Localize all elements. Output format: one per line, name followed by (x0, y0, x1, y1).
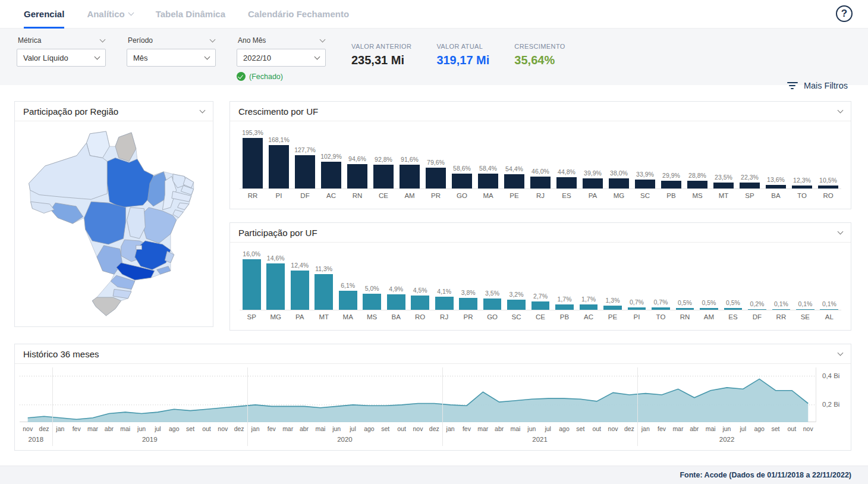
bar-rect[interactable] (532, 301, 550, 310)
bar-rect[interactable] (387, 294, 405, 310)
bar-ES[interactable]: 44,8% (553, 168, 580, 188)
help-icon[interactable]: ? (836, 5, 853, 22)
bar-rect[interactable] (507, 300, 526, 310)
bar-GO[interactable]: 58,6% (449, 165, 475, 189)
bar-rect[interactable] (676, 308, 694, 310)
chevron-down-icon[interactable] (100, 36, 106, 42)
bar-rect[interactable] (339, 291, 357, 310)
bar-CE[interactable]: 92,8% (370, 156, 397, 188)
bar-CE[interactable]: 2,7% (529, 293, 552, 310)
bar-AC[interactable]: 102,9% (318, 153, 344, 188)
bar-rect[interactable] (504, 174, 524, 188)
bar-rect[interactable] (347, 164, 367, 188)
bar-rect[interactable] (426, 168, 445, 188)
bar-rect[interactable] (315, 274, 333, 310)
bar-PA[interactable]: 39,9% (580, 169, 606, 188)
bar-rect[interactable] (373, 165, 393, 188)
bar-AM[interactable]: 0,5% (697, 299, 721, 310)
bar-rect[interactable] (652, 307, 670, 310)
bar-rect[interactable] (748, 309, 766, 310)
year-month-select[interactable]: 2022/10 (237, 49, 326, 67)
bar-RJ[interactable]: 46,0% (527, 168, 553, 188)
bar-rect[interactable] (796, 309, 814, 310)
bar-ES[interactable]: 0,5% (721, 299, 745, 310)
bar-MA[interactable]: 6,1% (336, 282, 360, 310)
bar-rect[interactable] (766, 185, 785, 188)
bar-rect[interactable] (363, 294, 381, 310)
bar-SE[interactable]: 0,1% (793, 300, 817, 310)
bar-rect[interactable] (435, 297, 454, 310)
more-filters-button[interactable]: Mais Filtros (787, 81, 848, 90)
bar-MG[interactable]: 38,0% (606, 169, 632, 188)
bar-PB[interactable]: 1,7% (552, 296, 576, 310)
tab-calendario-fechamento[interactable]: Calendário Fechamento (248, 0, 349, 29)
bar-rect[interactable] (724, 308, 743, 310)
chevron-down-icon[interactable] (320, 36, 326, 42)
bar-MG[interactable]: 14,6% (263, 254, 287, 310)
bar-rect[interactable] (483, 298, 502, 310)
bar-TO[interactable]: 0,7% (649, 298, 672, 310)
bar-rect[interactable] (295, 155, 315, 188)
bar-MS[interactable]: 28,8% (684, 172, 710, 188)
bar-rect[interactable] (700, 308, 718, 310)
bar-SC[interactable]: 3,2% (504, 291, 528, 310)
bar-rect[interactable] (321, 162, 341, 188)
metric-select[interactable]: Valor Líquido (17, 49, 106, 67)
bar-PA[interactable]: 12,4% (288, 262, 312, 310)
bar-rect[interactable] (266, 263, 285, 310)
bar-BA[interactable]: 4,9% (384, 285, 408, 310)
bar-AM[interactable]: 91,6% (397, 156, 423, 188)
bar-rect[interactable] (556, 177, 576, 188)
bar-rect[interactable] (583, 178, 602, 188)
bar-rect[interactable] (269, 145, 288, 188)
bar-SP[interactable]: 16,0% (240, 250, 263, 310)
bar-SP[interactable]: 22,3% (737, 174, 763, 188)
bar-rect[interactable] (661, 181, 681, 188)
bar-DF[interactable]: 127,7% (292, 146, 318, 188)
bar-PE[interactable]: 54,4% (501, 165, 527, 188)
tab-tabela-dinamica[interactable]: Tabela Dinâmica (156, 0, 225, 29)
tab-gerencial[interactable]: Gerencial (24, 0, 64, 29)
bar-rect[interactable] (609, 178, 628, 188)
bar-rect[interactable] (740, 183, 759, 188)
bar-rect[interactable] (452, 174, 471, 189)
bar-rect[interactable] (687, 181, 707, 188)
bar-PR[interactable]: 3,8% (456, 289, 480, 310)
bar-rect[interactable] (818, 186, 838, 188)
bar-MT[interactable]: 11,3% (312, 265, 335, 310)
tab-analitico[interactable]: Analítico (87, 0, 133, 29)
bar-rect[interactable] (603, 306, 622, 310)
bar-MT[interactable]: 23,5% (710, 174, 737, 188)
bar-PR[interactable]: 79,6% (423, 159, 449, 188)
bar-rect[interactable] (243, 138, 262, 188)
collapse-chevron-icon[interactable] (838, 107, 844, 113)
chevron-down-icon[interactable] (210, 36, 216, 42)
bar-SC[interactable]: 33,9% (632, 171, 658, 188)
bar-RN[interactable]: 94,6% (344, 155, 370, 188)
collapse-chevron-icon[interactable] (838, 228, 844, 234)
history-area-chart[interactable]: 0,2 Bi0,4 Binovdezjanfevmarabrmaijunjula… (15, 364, 851, 451)
map-state-MT[interactable] (84, 202, 125, 244)
bar-PB[interactable]: 29,9% (658, 172, 684, 188)
collapse-chevron-icon[interactable] (200, 107, 206, 113)
period-select[interactable]: Mês (127, 49, 216, 67)
bar-rect[interactable] (580, 304, 598, 310)
bar-BA[interactable]: 13,6% (763, 176, 789, 188)
bar-RO[interactable]: 4,5% (408, 287, 432, 310)
bar-rect[interactable] (555, 304, 574, 310)
map-state-RS[interactable] (92, 297, 121, 316)
bar-rect[interactable] (820, 309, 838, 310)
bar-MA[interactable]: 58,4% (475, 165, 501, 188)
bar-GO[interactable]: 3,5% (480, 290, 504, 310)
bar-rect[interactable] (530, 177, 550, 188)
bar-rect[interactable] (400, 165, 419, 188)
bar-PI[interactable]: 0,7% (625, 298, 649, 310)
bar-rect[interactable] (635, 180, 655, 188)
bar-RN[interactable]: 0,5% (673, 299, 697, 310)
collapse-chevron-icon[interactable] (838, 350, 844, 356)
bar-rect[interactable] (291, 271, 309, 310)
bar-rect[interactable] (772, 309, 791, 310)
bar-rect[interactable] (628, 307, 646, 310)
bar-MS[interactable]: 5,0% (360, 285, 383, 310)
bar-RJ[interactable]: 4,1% (432, 288, 456, 310)
